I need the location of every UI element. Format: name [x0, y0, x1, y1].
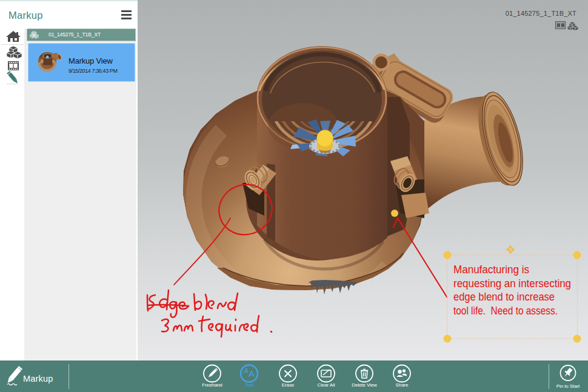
svg-text:A: A — [243, 367, 248, 374]
svg-text:Manufacturing is: Manufacturing is — [453, 263, 529, 276]
svg-text:Share: Share — [396, 382, 409, 388]
svg-text:Text: Text — [245, 382, 254, 388]
svg-text:A: A — [249, 368, 255, 379]
svg-text:requesting an intersecting: requesting an intersecting — [453, 277, 571, 290]
svg-text:Freehand: Freehand — [202, 382, 222, 388]
svg-text:Delete View: Delete View — [352, 382, 377, 388]
svg-text:tool life. Need to assess.: tool life. Need to assess. — [453, 304, 558, 317]
svg-text:Erase: Erase — [282, 382, 295, 388]
svg-text:Clear All: Clear All — [318, 382, 335, 388]
svg-text:edge blend to increase: edge blend to increase — [453, 290, 555, 303]
